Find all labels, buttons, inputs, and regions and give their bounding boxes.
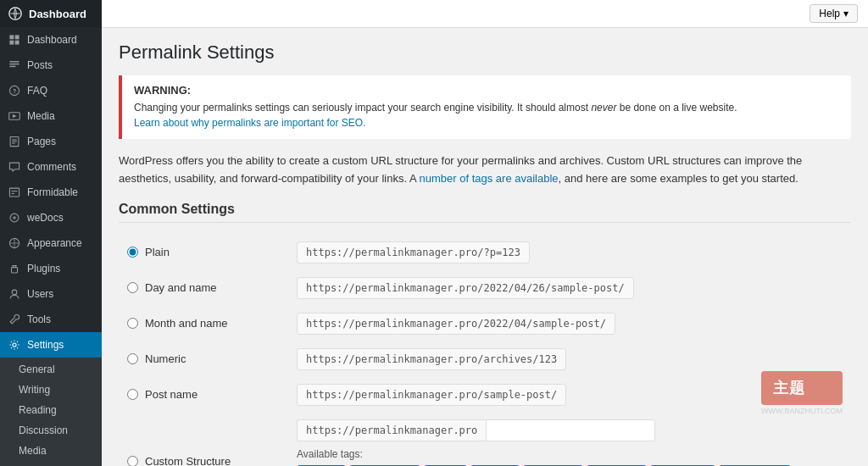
svg-point-26 xyxy=(12,290,17,295)
svg-text:?: ? xyxy=(13,88,16,94)
warning-box: WARNING: Changing your permalinks settin… xyxy=(119,75,851,139)
submenu-item-writing[interactable]: Writing xyxy=(0,380,102,400)
intro-text: WordPress offers you the ability to crea… xyxy=(119,153,851,188)
option-numeric-radio[interactable] xyxy=(127,353,138,364)
sidebar-item-appearance[interactable]: Appearance xyxy=(0,230,102,256)
tags-link[interactable]: number of tags are available xyxy=(420,172,559,185)
option-postname-url: https://permalinkmanager.pro/sample-post… xyxy=(297,384,566,406)
option-postname-radio[interactable] xyxy=(127,389,138,400)
option-numeric-label[interactable]: Numeric xyxy=(127,352,280,365)
sidebar-item-label: Media xyxy=(27,110,55,122)
option-month-radio[interactable] xyxy=(127,318,138,329)
help-button[interactable]: Help ▾ xyxy=(810,4,858,23)
permalink-options-table: Plain https://permalinkmanager.pro/?p=12… xyxy=(119,235,851,466)
tags-label: Available tags: xyxy=(297,448,843,460)
sidebar-item-label: Pages xyxy=(27,136,56,147)
option-postname-label[interactable]: Post name xyxy=(127,388,280,401)
sidebar-item-dashboard[interactable]: Dashboard xyxy=(0,27,102,53)
option-day-text: Day and name xyxy=(145,281,217,294)
svg-rect-16 xyxy=(9,188,19,197)
sidebar-item-media[interactable]: Media xyxy=(0,103,102,129)
table-row: Day and name https://permalinkmanager.pr… xyxy=(119,270,851,306)
option-month-url: https://permalinkmanager.pro/2022/04/sam… xyxy=(297,313,615,335)
sidebar-item-pages[interactable]: Pages xyxy=(0,129,102,154)
sidebar-item-label: Comments xyxy=(27,161,76,173)
warning-title: WARNING: xyxy=(134,84,839,97)
custom-structure-input-group: https://permalinkmanager.pro xyxy=(297,419,843,441)
option-day-label[interactable]: Day and name xyxy=(127,281,280,294)
section-title: Common Settings xyxy=(119,202,851,223)
table-row: Month and name https://permalinkmanager.… xyxy=(119,306,851,341)
content-area: Permalink Settings WARNING: Changing you… xyxy=(102,28,868,466)
sidebar-item-label: Appearance xyxy=(27,237,82,249)
svg-rect-22 xyxy=(12,268,18,273)
sidebar-item-label: Tools xyxy=(27,313,51,325)
option-plain-label[interactable]: Plain xyxy=(127,246,280,258)
help-label: Help xyxy=(819,8,840,19)
svg-rect-2 xyxy=(15,35,19,39)
sidebar-item-wedocs[interactable]: weDocs xyxy=(0,205,102,230)
table-row: Numeric https://permalinkmanager.pro/arc… xyxy=(119,341,851,377)
submenu-item-reading[interactable]: Reading xyxy=(0,400,102,420)
topbar: Help ▾ xyxy=(102,0,868,28)
option-plain-radio[interactable] xyxy=(127,247,138,258)
option-numeric-text: Numeric xyxy=(145,352,186,365)
option-numeric-url: https://permalinkmanager.pro/archives/12… xyxy=(297,348,566,370)
settings-submenu: General Writing Reading Discussion Media… xyxy=(0,358,102,466)
submenu-item-permalinks[interactable]: Permalinks xyxy=(0,461,102,466)
svg-marker-11 xyxy=(13,114,17,118)
option-day-radio[interactable] xyxy=(127,282,138,293)
sidebar-item-settings[interactable]: Settings xyxy=(0,332,102,358)
sidebar-item-label: Settings xyxy=(27,339,64,351)
page-title: Permalink Settings xyxy=(119,42,851,64)
sidebar-item-label: Formidable xyxy=(27,186,78,198)
submenu-item-media[interactable]: Media xyxy=(0,441,102,461)
table-row: Custom Structure https://permalinkmanage… xyxy=(119,413,851,466)
sidebar-item-label: weDocs xyxy=(27,212,64,224)
svg-rect-4 xyxy=(15,41,19,45)
custom-base-url: https://permalinkmanager.pro xyxy=(297,419,486,441)
option-plain-text: Plain xyxy=(145,246,170,258)
sidebar-logo-label: Dashboard xyxy=(29,8,86,20)
warning-text: Changing your permalinks settings can se… xyxy=(134,100,839,130)
submenu-item-general[interactable]: General xyxy=(0,359,102,380)
option-custom-label[interactable]: Custom Structure xyxy=(127,455,280,466)
custom-structure-input[interactable] xyxy=(486,419,655,441)
sidebar-item-comments[interactable]: Comments xyxy=(0,154,102,180)
option-custom-text: Custom Structure xyxy=(145,455,231,466)
submenu-item-discussion[interactable]: Discussion xyxy=(0,420,102,441)
option-plain-url: https://permalinkmanager.pro/?p=123 xyxy=(297,241,530,264)
sidebar-item-users[interactable]: Users xyxy=(0,281,102,307)
svg-rect-6 xyxy=(9,64,19,64)
option-postname-text: Post name xyxy=(145,388,198,401)
warning-link[interactable]: Learn about why permalinks are important… xyxy=(134,117,365,129)
sidebar: Dashboard Dashboard Posts ? FAQ Media Pa… xyxy=(0,0,102,466)
option-custom-radio[interactable] xyxy=(127,456,138,466)
option-month-text: Month and name xyxy=(145,317,228,330)
sidebar-logo[interactable]: Dashboard xyxy=(0,0,102,27)
sidebar-item-label: Dashboard xyxy=(27,34,77,46)
option-day-url: https://permalinkmanager.pro/2022/04/26/… xyxy=(297,277,634,299)
sidebar-item-posts[interactable]: Posts xyxy=(0,53,102,78)
help-chevron-icon: ▾ xyxy=(843,8,849,19)
sidebar-item-faq[interactable]: ? FAQ xyxy=(0,78,102,103)
tags-section: Available tags: %year%%monthnum%%day%%ho… xyxy=(297,448,843,466)
sidebar-item-formidable[interactable]: Formidable xyxy=(0,180,102,205)
sidebar-item-label: Posts xyxy=(27,59,53,71)
table-row: Plain https://permalinkmanager.pro/?p=12… xyxy=(119,235,851,270)
sidebar-item-label: FAQ xyxy=(27,85,47,97)
table-row: Post name https://permalinkmanager.pro/s… xyxy=(119,377,851,413)
svg-rect-5 xyxy=(9,61,19,62)
sidebar-item-label: Users xyxy=(27,288,53,300)
sidebar-item-label: Plugins xyxy=(27,263,60,275)
svg-rect-3 xyxy=(9,41,14,45)
option-month-label[interactable]: Month and name xyxy=(127,317,280,330)
svg-rect-7 xyxy=(9,66,15,67)
svg-point-27 xyxy=(13,343,16,347)
sidebar-item-tools[interactable]: Tools xyxy=(0,307,102,332)
main-content: Help ▾ Permalink Settings WARNING: Chang… xyxy=(102,0,868,466)
sidebar-item-plugins[interactable]: Plugins xyxy=(0,256,102,281)
svg-rect-1 xyxy=(9,35,14,39)
